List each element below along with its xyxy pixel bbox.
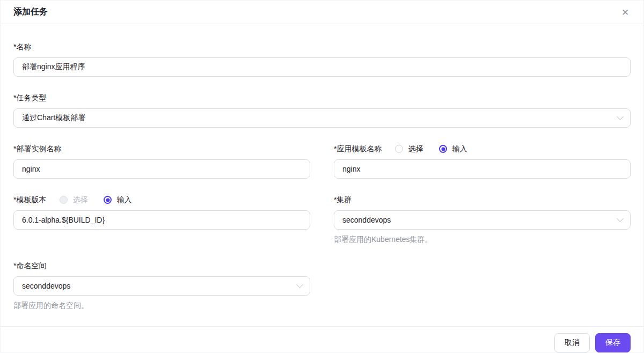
chevron-down-icon xyxy=(617,113,624,120)
cancel-button[interactable]: 取消 xyxy=(554,333,590,352)
template-version-radio-input[interactable]: 输入 xyxy=(104,195,131,205)
instance-name-label: *部署实例名称 xyxy=(13,144,61,154)
namespace-label: *命名空间 xyxy=(13,261,46,271)
task-type-label: *任务类型 xyxy=(13,93,46,103)
app-template-label: *应用模板名称 xyxy=(334,144,382,154)
radio-input-label: 输入 xyxy=(116,195,131,205)
radio-checked-icon xyxy=(104,196,112,204)
template-version-radio-group: 选择 输入 xyxy=(60,195,131,205)
namespace-select[interactable]: seconddevops xyxy=(13,276,310,296)
app-template-input[interactable] xyxy=(334,159,631,179)
close-icon[interactable]: ✕ xyxy=(619,6,632,19)
radio-unchecked-icon xyxy=(395,145,403,153)
app-template-radio-input[interactable]: 输入 xyxy=(439,144,467,154)
cluster-help-text: 部署应用的Kubernetes集群。 xyxy=(334,235,631,245)
field-namespace: *命名空间 seconddevops 部署应用的命名空间。 xyxy=(13,260,310,311)
name-label: *名称 xyxy=(13,42,31,52)
field-instance-name: *部署实例名称 xyxy=(13,143,310,179)
app-template-radio-select[interactable]: 选择 xyxy=(395,144,423,154)
name-input[interactable] xyxy=(13,57,631,77)
dialog-header: 添加任务 ✕ xyxy=(1,1,643,24)
field-task-type: *任务类型 通过Chart模板部署 xyxy=(13,92,631,128)
template-version-label: *模板版本 xyxy=(13,195,46,205)
namespace-value: seconddevops xyxy=(22,282,70,290)
chevron-down-icon xyxy=(296,281,303,288)
template-version-input[interactable] xyxy=(13,210,310,230)
add-task-dialog: 添加任务 ✕ *名称 *任务类型 通过Chart模板部署 *部署实例名称 xyxy=(0,0,644,353)
field-name: *名称 xyxy=(13,41,631,77)
cluster-value: seconddevops xyxy=(342,216,391,224)
field-cluster: *集群 seconddevops 部署应用的Kubernetes集群。 xyxy=(334,194,631,245)
dialog-footer: 取消 保存 xyxy=(1,326,643,353)
save-button[interactable]: 保存 xyxy=(595,333,631,352)
instance-name-input[interactable] xyxy=(13,159,310,179)
app-template-radio-group: 选择 输入 xyxy=(395,144,467,154)
task-type-select[interactable]: 通过Chart模板部署 xyxy=(13,108,631,128)
cluster-select[interactable]: seconddevops xyxy=(334,210,631,230)
namespace-help-text: 部署应用的命名空间。 xyxy=(13,301,310,311)
radio-checked-icon xyxy=(439,145,447,153)
cluster-label: *集群 xyxy=(334,195,352,205)
dialog-title: 添加任务 xyxy=(13,6,48,18)
radio-disabled-icon xyxy=(60,196,68,204)
radio-select-label: 选择 xyxy=(72,195,87,205)
chevron-down-icon xyxy=(617,215,624,222)
task-type-value: 通过Chart模板部署 xyxy=(22,113,85,123)
radio-select-label: 选择 xyxy=(408,144,423,154)
radio-input-label: 输入 xyxy=(452,144,467,154)
template-version-radio-select: 选择 xyxy=(60,195,87,205)
field-app-template: *应用模板名称 选择 输入 xyxy=(334,143,631,179)
dialog-body: *名称 *任务类型 通过Chart模板部署 *部署实例名称 xyxy=(1,24,643,326)
field-template-version: *模板版本 选择 输入 xyxy=(13,194,310,230)
